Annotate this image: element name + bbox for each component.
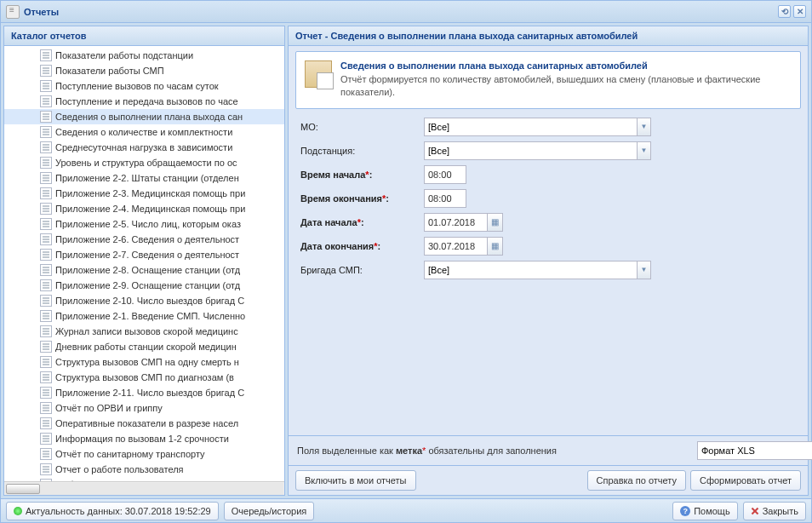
tree-item[interactable]: Приложение 2-1. Введение СМП. Численно [4, 308, 284, 324]
tree-item-label: Приложение 2-2. Штаты станции (отделен [55, 173, 239, 183]
restore-icon[interactable]: ⟲ [778, 5, 791, 18]
label-date-end: Дата окончания*: [300, 241, 424, 251]
tree-item[interactable]: Дневник работы станции скорой медицин [4, 339, 284, 354]
tree-item[interactable]: Приложение 2-6. Сведения о деятельност [4, 232, 284, 247]
file-icon [40, 417, 52, 429]
combo-format[interactable]: ▼ [697, 441, 799, 460]
tree-item-label: Приложение 2-4. Медицинская помощь при [55, 204, 245, 214]
hint-text: Поля выделенные как метка* обязательны д… [297, 445, 690, 456]
file-icon [40, 126, 52, 138]
tree-item[interactable]: Отчёт по ОРВИ и гриппу [4, 400, 284, 416]
combo-substation[interactable]: ▼ [424, 141, 651, 160]
tree-item[interactable]: Структура вызовов СМП по диагнозам (в [4, 370, 284, 385]
tree-item[interactable]: Информация по вызовам 1-2 срочности [4, 431, 284, 446]
catalog-panel: Каталог отчетов Показатели работы подста… [3, 26, 285, 496]
help-icon: ? [680, 506, 690, 516]
file-icon [40, 371, 52, 383]
tree-item[interactable]: Отчет о работе пользователя [4, 462, 284, 477]
window-title: Отчеты [24, 7, 59, 17]
form-area: МО: ▼ Подстанция: ▼ Время начала*: [289, 114, 808, 435]
tree-item-label: Приложение 2-6. Сведения о деятельност [55, 234, 239, 244]
chevron-down-icon[interactable]: ▼ [637, 261, 651, 279]
report-header: Отчет - Сведения о выполнении плана выхо… [289, 26, 808, 46]
file-icon [40, 187, 52, 199]
tree-item[interactable]: Среднесуточная нагрузка в зависимости [4, 140, 284, 155]
tree-item-label: Дневник работы станции скорой медицин [55, 342, 237, 352]
chevron-down-icon[interactable]: ▼ [637, 118, 651, 136]
tree-item[interactable]: Журнал записи вызовов скорой медицинс [4, 324, 284, 339]
tree-item[interactable]: Приложение 2-11. Число выездов бригад С [4, 385, 284, 400]
tree-item[interactable]: Поступление вызовов по часам суток [4, 78, 284, 94]
desc-title: Сведения о выполнении плана выхода санит… [340, 60, 792, 71]
tree-item[interactable]: Приложение 2-4. Медицинская помощь при [4, 201, 284, 216]
chevron-down-icon[interactable]: ▼ [637, 141, 651, 160]
close-icon [751, 507, 759, 515]
calendar-icon[interactable]: ▦ [488, 213, 503, 232]
label-date-start: Дата начала*: [300, 217, 424, 227]
status-bar: Актуальность данных: 30.07.2018 19:52:29… [1, 498, 811, 522]
tree-item[interactable]: Оперативные показатели в разрезе насел [4, 416, 284, 431]
input-time-start[interactable] [424, 165, 466, 184]
tree-item-label: Приложение 2-11. Число выездов бригад С [55, 388, 244, 398]
tree-item[interactable]: Приложение 2-9. Оснащение станции (отд [4, 278, 284, 293]
desc-body: Отчёт формируется по количеству автомоби… [340, 73, 792, 100]
tree-item-label: Приложение 2-8. Оснащение станции (отд [55, 265, 240, 275]
tree-item[interactable]: Поступление и передача вызовов по часе [4, 94, 284, 109]
file-icon [40, 448, 52, 460]
file-icon [40, 233, 52, 245]
input-brigade[interactable] [424, 261, 637, 279]
tree-item-label: Среднесуточная нагрузка в зависимости [55, 142, 232, 152]
tree-item[interactable]: Отчёт по санитарному транспорту [4, 446, 284, 462]
tree-item-label: Информация по вызовам 1-2 срочности [55, 434, 229, 444]
catalog-header: Каталог отчетов [4, 26, 284, 46]
data-freshness-button[interactable]: Актуальность данных: 30.07.2018 19:52:29 [6, 502, 219, 520]
tree-item-label: Сведения о количестве и комплектности [55, 127, 232, 137]
file-icon [40, 325, 52, 337]
close-window-icon[interactable]: ✕ [793, 5, 806, 18]
help-button[interactable]: ? Помощь [672, 502, 738, 520]
report-panel: Отчет - Сведения о выполнении плана выхо… [288, 26, 809, 496]
file-icon [40, 295, 52, 307]
tree-item-label: Структура вызовов СМП на одну смерть н [55, 357, 239, 367]
queue-history-button[interactable]: Очередь/история [224, 502, 315, 520]
input-date-start[interactable] [424, 213, 488, 232]
report-doc-icon [305, 60, 332, 88]
tree-item[interactable]: Приложение 2-2. Штаты станции (отделен [4, 170, 284, 186]
tree-item[interactable]: Приложение 2-3. Медицинская помощь при [4, 186, 284, 201]
horizontal-scrollbar[interactable] [4, 481, 284, 495]
close-button[interactable]: Закрыть [743, 502, 806, 520]
tree-item-label: Уровень и структура обращаемости по ос [55, 158, 237, 168]
input-time-end[interactable] [424, 189, 466, 208]
tree-item[interactable]: Структура вызовов СМП на одну смерть н [4, 354, 284, 370]
include-button[interactable]: Включить в мои отчеты [295, 470, 416, 491]
tree-item[interactable]: Уровень и структура обращаемости по ос [4, 155, 284, 170]
file-icon [40, 433, 52, 445]
file-icon [40, 111, 52, 123]
tree-item[interactable]: Показатели работы подстанции [4, 48, 284, 63]
tree-item[interactable]: Приложение 2-5. Число лиц, которым оказ [4, 216, 284, 232]
file-icon [40, 341, 52, 353]
tree-item[interactable]: Приложение 2-8. Оснащение станции (отд [4, 262, 284, 278]
input-substation[interactable] [424, 141, 637, 160]
file-icon [40, 463, 52, 475]
tree-item[interactable]: Показатели работы СМП [4, 63, 284, 78]
report-description: Сведения о выполнении плана выхода санит… [295, 51, 801, 109]
file-icon [40, 279, 52, 291]
generate-button[interactable]: Сформировать отчет [690, 470, 801, 491]
tree-item[interactable]: Сведения о выполнении плана выхода сан [4, 109, 284, 124]
combo-mo[interactable]: ▼ [424, 118, 651, 136]
combo-brigade[interactable]: ▼ [424, 261, 651, 279]
tree-item[interactable]: Сведения о количестве и комплектности [4, 124, 284, 140]
tree-item[interactable]: Приложение 2-7. Сведения о деятельност [4, 247, 284, 262]
report-tree[interactable]: Показатели работы подстанцииПоказатели р… [4, 46, 284, 481]
input-mo[interactable] [424, 118, 637, 136]
input-format[interactable] [697, 441, 812, 460]
input-date-end[interactable] [424, 237, 488, 256]
hint-bar: Поля выделенные как метка* обязательны д… [289, 435, 808, 465]
report-help-button[interactable]: Справка по отчету [587, 470, 686, 491]
tree-item[interactable]: Приложение 2-10. Число выездов бригад С [4, 293, 284, 308]
file-icon [40, 402, 52, 414]
file-icon [40, 310, 52, 322]
calendar-icon[interactable]: ▦ [488, 237, 503, 256]
tree-item-label: Поступление вызовов по часам суток [55, 81, 219, 91]
